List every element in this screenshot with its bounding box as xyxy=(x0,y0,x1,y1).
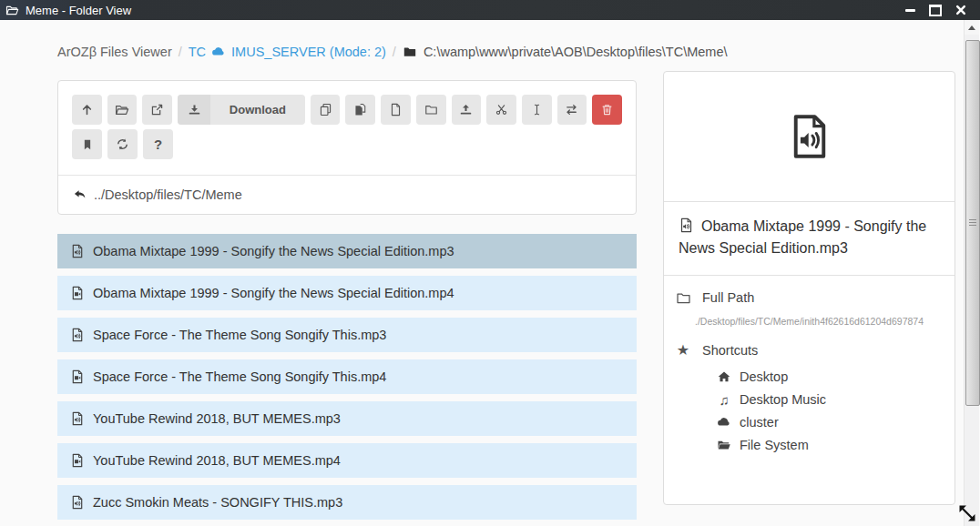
shortcut-item-desktop-music[interactable]: ♫Desktop Music xyxy=(717,392,944,407)
move-button[interactable] xyxy=(557,95,587,125)
shortcut-label: File System xyxy=(740,438,809,452)
full-path-value: ./Desktop/files/TC/Meme/inith4f62616d612… xyxy=(695,316,944,327)
folder-open-icon xyxy=(115,103,129,117)
new-file-icon xyxy=(389,103,403,116)
maximize-icon xyxy=(929,5,942,16)
toolbar-card: Download ? ../Desktop/files/TC/Meme xyxy=(57,80,637,215)
video-file-icon xyxy=(70,453,85,468)
path-bar[interactable]: ../Desktop/files/TC/Meme xyxy=(58,175,636,214)
download-icon xyxy=(178,95,210,125)
shortcut-label: Desktop Music xyxy=(740,392,826,407)
cut-icon xyxy=(495,103,508,116)
new-folder-icon xyxy=(424,103,438,116)
list-item[interactable]: Obama Mixtape 1999 - Songify the News Sp… xyxy=(57,276,637,310)
open-button[interactable] xyxy=(107,95,138,125)
selected-filename: Obama Mixtape 1999 - Songify the News Sp… xyxy=(664,201,954,275)
scrollbar-thumb[interactable] xyxy=(965,40,980,406)
file-name: Space Force - The Theme Song Songify Thi… xyxy=(93,369,386,384)
minimize-button[interactable] xyxy=(903,4,916,16)
delete-button[interactable] xyxy=(592,95,622,125)
list-item[interactable]: Space Force - The Theme Song Songify Thi… xyxy=(57,318,637,352)
folder-outline-icon xyxy=(675,289,691,306)
video-file-icon xyxy=(70,286,85,300)
music-icon: ♫ xyxy=(717,392,731,407)
cut-button[interactable] xyxy=(486,95,516,125)
shortcuts-header: ★ Shortcuts xyxy=(675,342,944,359)
help-button[interactable]: ? xyxy=(143,129,173,159)
folder-icon xyxy=(403,45,417,59)
toolbar-row-1: Download xyxy=(72,95,622,125)
move-icon xyxy=(565,103,578,116)
toolbar-row-2: ? xyxy=(72,129,622,159)
audio-file-icon xyxy=(70,495,85,510)
breadcrumb: ArOZβ Files Viewer / TC IMUS_SERVER (Mod… xyxy=(57,45,727,59)
shortcut-item-file-system[interactable]: File System xyxy=(717,438,944,452)
back-arrow-icon xyxy=(73,187,87,202)
shortcut-item-cluster[interactable]: cluster xyxy=(717,415,944,430)
copy-icon xyxy=(319,103,332,116)
list-item[interactable]: YouTube Rewind 2018, BUT MEMES.mp4 xyxy=(57,443,637,478)
arrow-up-icon xyxy=(80,103,94,116)
new-file-button[interactable] xyxy=(381,95,411,125)
close-icon xyxy=(955,5,966,15)
cloud-icon xyxy=(717,415,731,430)
file-preview xyxy=(664,72,954,201)
shortcut-item-desktop[interactable]: Desktop xyxy=(717,369,944,384)
file-details: Full Path ./Desktop/files/TC/Meme/inith4… xyxy=(664,275,954,474)
home-icon xyxy=(717,369,731,384)
window-folder-icon xyxy=(5,4,19,17)
audio-file-icon xyxy=(70,411,85,426)
paste-button[interactable] xyxy=(345,95,375,125)
audio-file-icon xyxy=(786,108,833,165)
paste-icon xyxy=(353,103,367,116)
bookmark-icon xyxy=(81,138,94,151)
breadcrumb-path-text: C:\wamp\www\private\AOB\Desktop\files\TC… xyxy=(424,45,728,59)
window-titlebar: Meme - Folder View xyxy=(0,0,980,20)
star-icon: ★ xyxy=(675,342,691,359)
file-name: Obama Mixtape 1999 - Songify the News Sp… xyxy=(93,286,454,300)
file-name: YouTube Rewind 2018, BUT MEMES.mp3 xyxy=(93,411,341,426)
breadcrumb-app-link[interactable]: ArOZβ Files Viewer xyxy=(57,45,172,59)
full-path-header: Full Path xyxy=(675,289,944,306)
rename-icon xyxy=(530,103,544,116)
help-icon: ? xyxy=(154,137,162,152)
go-up-button[interactable] xyxy=(72,95,102,125)
download-button[interactable]: Download xyxy=(178,95,305,125)
vertical-scrollbar[interactable] xyxy=(964,20,979,526)
scrollbar-up-button[interactable] xyxy=(965,20,979,35)
audio-file-icon xyxy=(679,217,694,233)
list-item[interactable]: YouTube Rewind 2018, BUT MEMES.mp3 xyxy=(57,401,637,436)
path-bar-text: ../Desktop/files/TC/Meme xyxy=(94,187,242,202)
refresh-icon xyxy=(116,137,129,151)
full-path-label: Full Path xyxy=(702,290,754,305)
refresh-button[interactable] xyxy=(107,129,138,159)
shortcuts-label: Shortcuts xyxy=(702,343,758,358)
file-name: Obama Mixtape 1999 - Songify the News Sp… xyxy=(93,244,454,258)
copy-button[interactable] xyxy=(311,95,341,125)
audio-file-icon xyxy=(70,244,85,258)
list-item[interactable]: Zucc Smokin Meats - SONGIFY THIS.mp3 xyxy=(57,485,637,520)
new-folder-button[interactable] xyxy=(416,95,446,125)
close-button[interactable] xyxy=(954,4,967,16)
bookmark-button[interactable] xyxy=(72,129,102,159)
delete-icon xyxy=(600,103,614,116)
breadcrumb-volume: TC xyxy=(189,45,206,59)
rename-button[interactable] xyxy=(522,95,552,125)
open-in-new-window-button[interactable] xyxy=(142,95,172,125)
list-item[interactable]: Space Force - The Theme Song Songify Thi… xyxy=(57,359,637,394)
file-list: Obama Mixtape 1999 - Songify the News Sp… xyxy=(57,234,637,526)
audio-file-icon xyxy=(70,328,85,342)
breadcrumb-server-link[interactable]: TC IMUS_SERVER (Mode: 2) xyxy=(189,45,386,59)
breadcrumb-separator: / xyxy=(179,45,182,59)
upload-button[interactable] xyxy=(452,95,482,125)
maximize-button[interactable] xyxy=(929,4,942,16)
file-name: Space Force - The Theme Song Songify Thi… xyxy=(93,328,386,342)
file-name: YouTube Rewind 2018, BUT MEMES.mp4 xyxy=(93,453,341,468)
list-item[interactable]: Obama Mixtape 1999 - Songify the News Sp… xyxy=(57,234,637,268)
window-resize-grip[interactable] xyxy=(955,501,979,525)
video-file-icon xyxy=(70,369,85,384)
breadcrumb-separator: / xyxy=(393,45,396,59)
scrollbar-grip-icon xyxy=(969,219,976,227)
minimize-icon xyxy=(905,9,915,12)
file-name: Zucc Smokin Meats - SONGIFY THIS.mp3 xyxy=(93,495,342,510)
